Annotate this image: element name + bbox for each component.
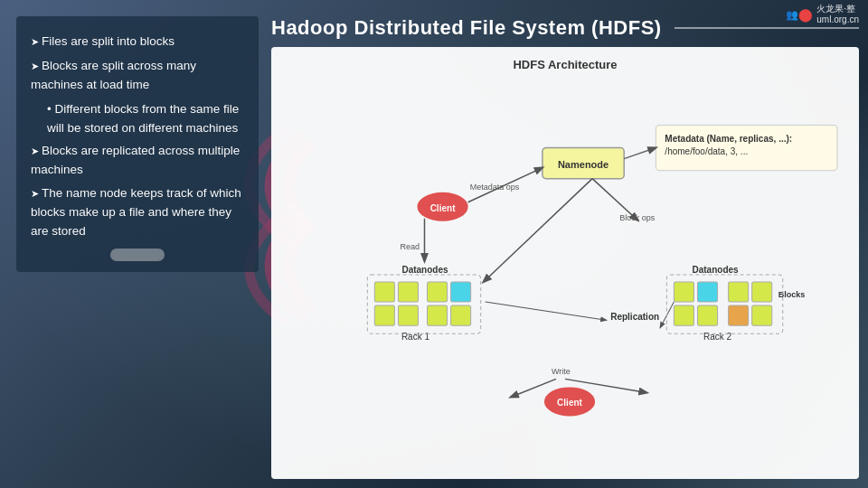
- svg-text:Datanodes: Datanodes: [401, 265, 448, 275]
- svg-rect-19: [428, 305, 448, 325]
- svg-text:Namenode: Namenode: [558, 159, 609, 170]
- diagram-title: HDFS Architecture: [284, 58, 846, 71]
- svg-rect-32: [674, 305, 693, 325]
- svg-rect-13: [374, 282, 394, 302]
- svg-text:Datanodes: Datanodes: [692, 265, 739, 275]
- svg-text:/home/foo/data, 3, ...: /home/foo/data, 3, ...: [665, 146, 748, 156]
- svg-text:Client: Client: [557, 398, 582, 408]
- svg-rect-34: [729, 282, 749, 302]
- hdfs-diagram: Metadata (Name, replicas, ...): /home/fo…: [284, 80, 846, 469]
- svg-rect-33: [697, 305, 717, 325]
- logo-brand: 火龙果·整: [816, 4, 859, 14]
- svg-line-5: [624, 148, 656, 159]
- svg-text:Metadata (Name, replicas, ...): Metadata (Name, replicas, ...):: [665, 134, 792, 144]
- svg-rect-14: [398, 282, 418, 302]
- svg-text:Replication: Replication: [610, 312, 659, 322]
- svg-rect-30: [674, 282, 693, 302]
- left-item-3: Blocks are replicated across multiple ma…: [31, 142, 244, 180]
- left-panel: Files are split into blocks Blocks are s…: [16, 16, 259, 272]
- diagram-box: HDFS Architecture Metadata (Name, replic…: [271, 47, 859, 479]
- svg-text:Client: Client: [430, 203, 456, 213]
- left-item-1: Files are split into blocks: [31, 33, 244, 52]
- left-subitem-1: Different blocks from the same file will…: [47, 100, 244, 138]
- left-item-2: Blocks are split across many machines at…: [31, 57, 244, 95]
- svg-rect-35: [752, 282, 772, 302]
- svg-text:Blocks: Blocks: [778, 290, 806, 299]
- svg-rect-16: [398, 305, 418, 325]
- svg-line-27: [486, 302, 606, 320]
- header-bar: Hadoop Distributed File System (HDFS): [271, 16, 859, 40]
- svg-rect-18: [451, 282, 471, 302]
- page-title: Hadoop Distributed File System (HDFS): [271, 16, 662, 40]
- diagram-svg: Metadata (Name, replicas, ...): /home/fo…: [284, 80, 846, 469]
- svg-rect-31: [697, 282, 717, 302]
- svg-text:Block ops: Block ops: [619, 213, 656, 222]
- svg-rect-17: [428, 282, 448, 302]
- svg-rect-36: [729, 305, 749, 325]
- bottom-pill: [110, 249, 165, 261]
- svg-rect-15: [374, 305, 394, 325]
- left-item-4: The name node keeps track of which block…: [31, 184, 244, 241]
- svg-text:Read: Read: [400, 242, 420, 251]
- svg-text:Write: Write: [552, 367, 571, 376]
- svg-rect-37: [752, 305, 772, 325]
- svg-line-25: [484, 179, 592, 282]
- svg-rect-20: [451, 305, 471, 325]
- right-area: Hadoop Distributed File System (HDFS) HD…: [271, 16, 859, 479]
- svg-line-24: [592, 179, 637, 221]
- header-line: [675, 27, 859, 29]
